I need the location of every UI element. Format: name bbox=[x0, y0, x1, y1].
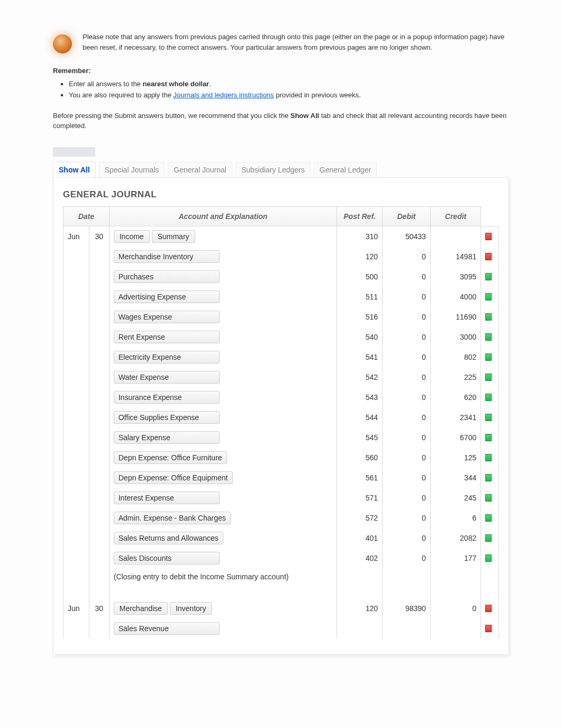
cell-debit[interactable]: 0 bbox=[383, 387, 431, 407]
cell-debit[interactable]: 0 bbox=[383, 427, 431, 448]
cell-debit[interactable]: 0 bbox=[383, 448, 431, 468]
cell-month bbox=[64, 367, 89, 387]
cell-account: Depn Expense: Office Furniture bbox=[109, 448, 337, 468]
cell-postref[interactable]: 511 bbox=[337, 287, 383, 307]
cell-debit[interactable]: 0 bbox=[383, 307, 431, 327]
account-select[interactable]: Wages Expense bbox=[114, 311, 220, 323]
account-select[interactable]: Sales Returns and Allowances bbox=[114, 532, 223, 544]
cell-credit[interactable]: 2341 bbox=[430, 407, 481, 427]
journals-ledgers-link[interactable]: Journals and ledgers instructions bbox=[174, 91, 274, 99]
cell-debit[interactable]: 0 bbox=[383, 407, 431, 427]
status-flag bbox=[485, 273, 492, 280]
table-row: Sales Returns and Allowances40102082 bbox=[64, 528, 499, 548]
table-row: Merchandise Inventory120014981 bbox=[64, 247, 499, 267]
cell-debit[interactable]: 0 bbox=[383, 548, 431, 568]
cell-debit[interactable]: 0 bbox=[383, 468, 431, 488]
cell-credit[interactable]: 11690 bbox=[430, 307, 481, 327]
tab-show-all[interactable]: Show All bbox=[53, 162, 96, 177]
account-select[interactable]: Depn Expense: Office Equipment bbox=[114, 471, 233, 484]
table-row: Sales Revenue bbox=[64, 618, 499, 639]
table-row: Depn Expense: Office Furniture5600125 bbox=[64, 448, 499, 468]
cell-credit[interactable]: 344 bbox=[430, 468, 481, 488]
account-select[interactable]: Office Supplies Expense bbox=[114, 411, 220, 424]
cell-debit[interactable]: 98390 bbox=[383, 598, 431, 618]
status-flag bbox=[485, 313, 492, 321]
tab-general-journal[interactable]: General Journal bbox=[168, 162, 232, 177]
cell-postref[interactable]: 560 bbox=[337, 448, 383, 468]
cell-day bbox=[89, 367, 109, 387]
account-select-secondary[interactable]: Summary bbox=[152, 230, 195, 243]
cell-credit[interactable]: 3000 bbox=[430, 327, 481, 347]
account-select-secondary[interactable]: Inventory bbox=[170, 602, 212, 615]
cell-postref[interactable]: 545 bbox=[337, 427, 383, 448]
account-select[interactable]: Depn Expense: Office Furniture bbox=[114, 451, 227, 464]
account-select[interactable]: Admin. Expense - Bank Charges bbox=[114, 512, 231, 524]
cell-debit[interactable]: 50433 bbox=[383, 226, 431, 247]
cell-postref[interactable]: 402 bbox=[337, 548, 383, 568]
cell-credit[interactable]: 3095 bbox=[430, 267, 481, 287]
account-select[interactable]: Water Expense bbox=[114, 371, 220, 384]
account-select-primary[interactable]: Income bbox=[114, 230, 150, 243]
cell-postref[interactable]: 541 bbox=[337, 347, 383, 367]
cell-account: Wages Expense bbox=[109, 307, 337, 327]
pre-submit-text: Before pressing the Submit answers butto… bbox=[53, 111, 509, 131]
cell-credit[interactable]: 2082 bbox=[430, 528, 481, 548]
cell-postref[interactable]: 120 bbox=[337, 598, 383, 618]
cell-day bbox=[89, 427, 109, 448]
account-select[interactable]: Advertising Expense bbox=[114, 290, 220, 303]
table-row: Advertising Expense51104000 bbox=[64, 287, 499, 307]
cell-postref[interactable]: 561 bbox=[337, 468, 383, 488]
cell-postref[interactable]: 572 bbox=[337, 508, 383, 528]
tab-general-ledger[interactable]: General Ledger bbox=[314, 162, 377, 177]
cell-credit[interactable]: 620 bbox=[430, 387, 481, 407]
account-select-primary[interactable]: Merchandise bbox=[114, 602, 168, 615]
account-select[interactable]: Interest Expense bbox=[114, 492, 220, 504]
account-select[interactable]: Sales Discounts bbox=[114, 552, 220, 565]
cell-credit[interactable]: 802 bbox=[430, 347, 481, 367]
cell-postref[interactable]: 310 bbox=[337, 226, 383, 247]
cell-postref[interactable]: 544 bbox=[337, 407, 383, 427]
cell-credit[interactable]: 4000 bbox=[430, 287, 481, 307]
cell-day bbox=[89, 528, 109, 548]
cell-credit[interactable]: 6 bbox=[430, 508, 481, 528]
cell-debit[interactable]: 0 bbox=[383, 508, 431, 528]
cell-debit[interactable]: 0 bbox=[383, 367, 431, 387]
account-select[interactable]: Purchases bbox=[114, 270, 220, 283]
cell-postref[interactable]: 543 bbox=[337, 387, 383, 407]
tab-subsidiary-ledgers[interactable]: Subsidiary Ledgers bbox=[235, 162, 311, 177]
cell-credit[interactable]: 245 bbox=[430, 488, 481, 508]
cell-debit[interactable] bbox=[383, 618, 431, 639]
cell-postref[interactable] bbox=[337, 618, 383, 639]
cell-day bbox=[89, 307, 109, 327]
account-select[interactable]: Merchandise Inventory bbox=[114, 250, 220, 263]
cell-debit[interactable]: 0 bbox=[383, 267, 431, 287]
cell-debit[interactable]: 0 bbox=[383, 327, 431, 347]
cell-credit[interactable]: 14981 bbox=[430, 247, 481, 267]
cell-postref[interactable]: 401 bbox=[337, 528, 383, 548]
cell-debit[interactable]: 0 bbox=[383, 287, 431, 307]
th-debit: Debit bbox=[383, 206, 431, 226]
cell-credit[interactable] bbox=[430, 618, 481, 639]
cell-credit[interactable]: 177 bbox=[430, 548, 481, 568]
account-select[interactable]: Sales Revenue bbox=[114, 622, 220, 635]
cell-credit[interactable]: 225 bbox=[430, 367, 481, 387]
account-select[interactable]: Electricity Expense bbox=[114, 351, 220, 363]
cell-postref[interactable]: 516 bbox=[337, 307, 383, 327]
cell-postref[interactable]: 540 bbox=[337, 327, 383, 347]
cell-debit[interactable]: 0 bbox=[383, 528, 431, 548]
cell-postref[interactable]: 571 bbox=[337, 488, 383, 508]
cell-credit[interactable]: 0 bbox=[430, 598, 481, 618]
cell-postref[interactable]: 542 bbox=[337, 367, 383, 387]
cell-credit[interactable]: 6700 bbox=[430, 427, 481, 448]
account-select[interactable]: Insurance Expense bbox=[114, 391, 220, 404]
cell-debit[interactable]: 0 bbox=[383, 247, 431, 267]
tab-special-journals[interactable]: Special Journals bbox=[99, 162, 165, 177]
cell-credit[interactable] bbox=[430, 226, 481, 247]
cell-credit[interactable]: 125 bbox=[430, 448, 481, 468]
cell-debit[interactable]: 0 bbox=[383, 488, 431, 508]
account-select[interactable]: Rent Expense bbox=[114, 331, 220, 343]
account-select[interactable]: Salary Expense bbox=[114, 431, 220, 444]
cell-postref[interactable]: 500 bbox=[337, 267, 383, 287]
cell-postref[interactable]: 120 bbox=[337, 247, 383, 267]
cell-debit[interactable]: 0 bbox=[383, 347, 431, 367]
